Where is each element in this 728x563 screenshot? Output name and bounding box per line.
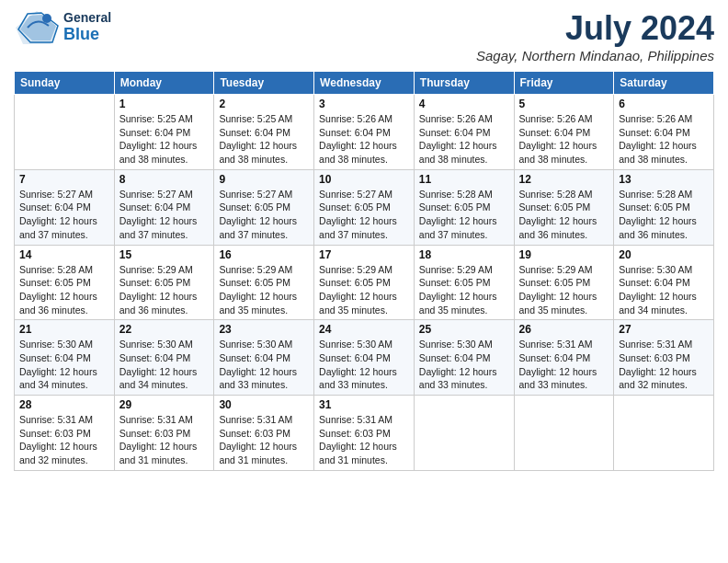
calendar-cell: 16Sunrise: 5:29 AMSunset: 6:05 PMDayligh… — [214, 245, 314, 320]
day-info: Sunrise: 5:25 AMSunset: 6:04 PMDaylight:… — [219, 112, 309, 167]
day-number: 17 — [319, 248, 409, 261]
calendar-header-friday: Friday — [514, 72, 614, 95]
day-number: 26 — [519, 323, 609, 336]
day-number: 29 — [119, 398, 210, 411]
day-info: Sunrise: 5:29 AMSunset: 6:05 PMDaylight:… — [419, 263, 509, 317]
day-info: Sunrise: 5:31 AMSunset: 6:03 PMDaylight:… — [319, 413, 409, 467]
calendar-cell: 20Sunrise: 5:30 AMSunset: 6:04 PMDayligh… — [614, 245, 714, 320]
page-header: General Blue July 2024 Sagay, Northern M… — [14, 9, 714, 63]
page-title: July 2024 — [476, 9, 714, 48]
calendar-week-row: 21Sunrise: 5:30 AMSunset: 6:04 PMDayligh… — [15, 320, 714, 396]
day-info: Sunrise: 5:29 AMSunset: 6:05 PMDaylight:… — [119, 263, 210, 317]
day-number: 21 — [19, 323, 109, 336]
day-info: Sunrise: 5:28 AMSunset: 6:05 PMDaylight:… — [19, 263, 109, 317]
day-info: Sunrise: 5:28 AMSunset: 6:05 PMDaylight:… — [619, 188, 709, 242]
day-number: 24 — [319, 323, 409, 336]
calendar-cell — [614, 396, 714, 471]
day-number: 12 — [519, 173, 609, 186]
calendar-table: SundayMondayTuesdayWednesdayThursdayFrid… — [14, 71, 714, 471]
day-number: 28 — [19, 398, 109, 411]
calendar-header-tuesday: Tuesday — [214, 72, 314, 95]
day-number: 4 — [419, 98, 509, 110]
day-info: Sunrise: 5:31 AMSunset: 6:03 PMDaylight:… — [119, 413, 210, 467]
calendar-cell: 15Sunrise: 5:29 AMSunset: 6:05 PMDayligh… — [114, 245, 214, 320]
day-number: 11 — [419, 173, 509, 186]
day-number: 27 — [619, 323, 709, 336]
day-number: 5 — [519, 98, 609, 110]
calendar-cell: 3Sunrise: 5:26 AMSunset: 6:04 PMDaylight… — [314, 95, 415, 170]
day-info: Sunrise: 5:30 AMSunset: 6:04 PMDaylight:… — [319, 338, 409, 392]
calendar-cell: 19Sunrise: 5:29 AMSunset: 6:05 PMDayligh… — [514, 245, 614, 320]
day-info: Sunrise: 5:30 AMSunset: 6:04 PMDaylight:… — [419, 338, 509, 392]
calendar-header-wednesday: Wednesday — [314, 72, 415, 95]
day-info: Sunrise: 5:26 AMSunset: 6:04 PMDaylight:… — [419, 112, 509, 167]
calendar-cell: 11Sunrise: 5:28 AMSunset: 6:05 PMDayligh… — [414, 169, 514, 245]
logo-general-text: General — [63, 11, 111, 25]
calendar-cell: 27Sunrise: 5:31 AMSunset: 6:03 PMDayligh… — [614, 320, 714, 396]
calendar-header-row: SundayMondayTuesdayWednesdayThursdayFrid… — [15, 72, 714, 95]
day-number: 8 — [119, 173, 210, 186]
calendar-cell: 6Sunrise: 5:26 AMSunset: 6:04 PMDaylight… — [614, 95, 714, 170]
logo-text: General Blue — [63, 11, 111, 43]
day-info: Sunrise: 5:26 AMSunset: 6:04 PMDaylight:… — [319, 112, 409, 167]
day-number: 9 — [219, 173, 309, 186]
day-info: Sunrise: 5:30 AMSunset: 6:04 PMDaylight:… — [219, 338, 309, 392]
calendar-cell: 10Sunrise: 5:27 AMSunset: 6:05 PMDayligh… — [314, 169, 415, 245]
calendar-cell: 8Sunrise: 5:27 AMSunset: 6:04 PMDaylight… — [114, 169, 214, 245]
day-number: 1 — [119, 98, 210, 110]
calendar-header-saturday: Saturday — [614, 72, 714, 95]
calendar-week-row: 7Sunrise: 5:27 AMSunset: 6:04 PMDaylight… — [15, 169, 714, 245]
day-number: 16 — [219, 248, 309, 261]
day-info: Sunrise: 5:31 AMSunset: 6:03 PMDaylight:… — [19, 413, 109, 467]
logo: General Blue — [14, 9, 111, 46]
calendar-cell: 5Sunrise: 5:26 AMSunset: 6:04 PMDaylight… — [514, 95, 614, 170]
day-number: 13 — [619, 173, 709, 186]
day-info: Sunrise: 5:27 AMSunset: 6:05 PMDaylight:… — [219, 188, 309, 242]
calendar-cell: 21Sunrise: 5:30 AMSunset: 6:04 PMDayligh… — [15, 320, 115, 396]
day-number: 14 — [19, 248, 109, 261]
day-info: Sunrise: 5:27 AMSunset: 6:04 PMDaylight:… — [119, 188, 210, 242]
day-info: Sunrise: 5:31 AMSunset: 6:04 PMDaylight:… — [519, 338, 609, 392]
calendar-cell: 28Sunrise: 5:31 AMSunset: 6:03 PMDayligh… — [15, 396, 115, 471]
calendar-cell: 9Sunrise: 5:27 AMSunset: 6:05 PMDaylight… — [214, 169, 314, 245]
day-info: Sunrise: 5:27 AMSunset: 6:05 PMDaylight:… — [319, 188, 409, 242]
calendar-cell: 30Sunrise: 5:31 AMSunset: 6:03 PMDayligh… — [214, 396, 314, 471]
page-subtitle: Sagay, Northern Mindanao, Philippines — [476, 48, 714, 63]
title-area: July 2024 Sagay, Northern Mindanao, Phil… — [476, 9, 714, 63]
calendar-cell: 4Sunrise: 5:26 AMSunset: 6:04 PMDaylight… — [414, 95, 514, 170]
calendar-week-row: 1Sunrise: 5:25 AMSunset: 6:04 PMDaylight… — [15, 95, 714, 170]
day-number: 25 — [419, 323, 509, 336]
day-info: Sunrise: 5:28 AMSunset: 6:05 PMDaylight:… — [519, 188, 609, 242]
day-info: Sunrise: 5:30 AMSunset: 6:04 PMDaylight:… — [19, 338, 109, 392]
logo-blue-text: Blue — [63, 26, 111, 44]
calendar-week-row: 14Sunrise: 5:28 AMSunset: 6:05 PMDayligh… — [15, 245, 714, 320]
calendar-cell: 22Sunrise: 5:30 AMSunset: 6:04 PMDayligh… — [114, 320, 214, 396]
day-info: Sunrise: 5:26 AMSunset: 6:04 PMDaylight:… — [519, 112, 609, 167]
calendar-cell: 25Sunrise: 5:30 AMSunset: 6:04 PMDayligh… — [414, 320, 514, 396]
day-info: Sunrise: 5:27 AMSunset: 6:04 PMDaylight:… — [19, 188, 109, 242]
calendar-cell: 13Sunrise: 5:28 AMSunset: 6:05 PMDayligh… — [614, 169, 714, 245]
calendar-cell: 26Sunrise: 5:31 AMSunset: 6:04 PMDayligh… — [514, 320, 614, 396]
calendar-cell: 1Sunrise: 5:25 AMSunset: 6:04 PMDaylight… — [114, 95, 214, 170]
day-info: Sunrise: 5:31 AMSunset: 6:03 PMDaylight:… — [219, 413, 309, 467]
day-number: 15 — [119, 248, 210, 261]
day-number: 22 — [119, 323, 210, 336]
calendar-cell: 14Sunrise: 5:28 AMSunset: 6:05 PMDayligh… — [15, 245, 115, 320]
calendar-cell — [414, 396, 514, 471]
day-number: 31 — [319, 398, 409, 411]
calendar-header-monday: Monday — [114, 72, 214, 95]
day-number: 7 — [19, 173, 109, 186]
calendar-cell: 18Sunrise: 5:29 AMSunset: 6:05 PMDayligh… — [414, 245, 514, 320]
day-number: 18 — [419, 248, 509, 261]
day-info: Sunrise: 5:28 AMSunset: 6:05 PMDaylight:… — [419, 188, 509, 242]
calendar-cell: 29Sunrise: 5:31 AMSunset: 6:03 PMDayligh… — [114, 396, 214, 471]
day-info: Sunrise: 5:29 AMSunset: 6:05 PMDaylight:… — [219, 263, 309, 317]
day-info: Sunrise: 5:25 AMSunset: 6:04 PMDaylight:… — [119, 112, 210, 167]
day-number: 6 — [619, 98, 709, 110]
day-info: Sunrise: 5:31 AMSunset: 6:03 PMDaylight:… — [619, 338, 709, 392]
day-number: 30 — [219, 398, 309, 411]
day-info: Sunrise: 5:29 AMSunset: 6:05 PMDaylight:… — [319, 263, 409, 317]
day-info: Sunrise: 5:30 AMSunset: 6:04 PMDaylight:… — [119, 338, 210, 392]
day-number: 20 — [619, 248, 709, 261]
day-number: 23 — [219, 323, 309, 336]
